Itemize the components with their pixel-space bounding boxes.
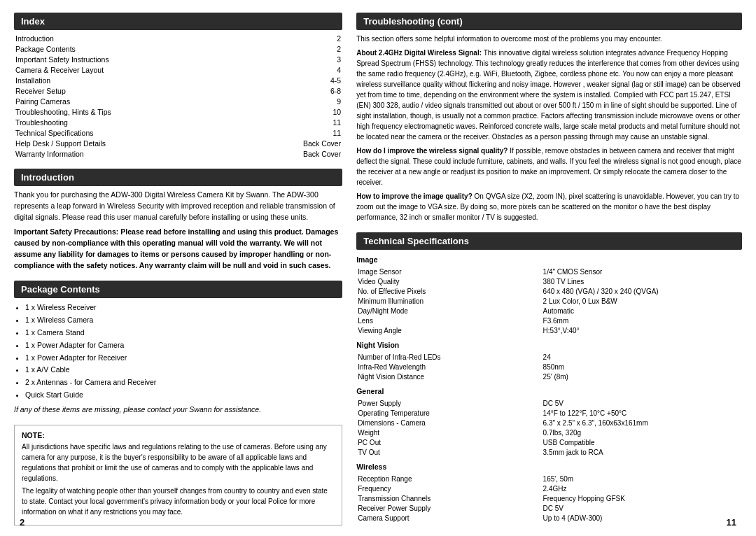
- specs-label: Day/Night Mode: [356, 306, 541, 316]
- specs-label: Night Vision Distance: [356, 372, 541, 381]
- tech-specs-content: ImageImage Sensor1/4" CMOS SensorVideo Q…: [356, 255, 742, 523]
- index-row: Troubleshooting, Hints & Tips10: [14, 106, 342, 117]
- specs-row: Minimum Illumination2 Lux Color, 0 Lux B…: [356, 296, 742, 306]
- index-page: Back Cover: [246, 138, 342, 148]
- index-row: Help Desk / Support DetailsBack Cover: [14, 138, 342, 148]
- specs-value: 850nm: [542, 362, 742, 372]
- specs-label: Lens: [356, 316, 541, 325]
- index-label: Important Safety Instructions: [14, 54, 246, 64]
- trouble-sections: About 2.4GHz Digital Wireless Signal: Th…: [356, 48, 742, 223]
- trouble-intro: This section offers some helpful informa…: [356, 34, 742, 44]
- specs-row: Viewing AngleH:53°,V:40°: [356, 325, 742, 335]
- pkg-item: 1 x Power Adapter for Receiver: [25, 352, 342, 365]
- pkg-missing-note: If any of these items are missing, pleas…: [14, 405, 342, 414]
- index-table: Introduction2Package Contents2Important …: [14, 33, 342, 159]
- trouble-paragraph: How do I improve the wireless signal qua…: [356, 146, 742, 188]
- specs-value: Frequency Hopping GFSK: [542, 493, 742, 503]
- index-header: Index: [14, 13, 342, 30]
- specs-value: 0.7lbs, 320g: [542, 428, 742, 437]
- specs-section-title: Image: [356, 255, 742, 264]
- pkg-item: Quick Start Guide: [25, 389, 342, 402]
- specs-value: 165', 50m: [542, 474, 742, 484]
- trouble-bold: How do I improve the wireless signal qua…: [356, 147, 507, 155]
- specs-row: Operating Temperature14°F to 122°F, 10°C…: [356, 408, 742, 418]
- specs-value: 640 x 480 (VGA) / 320 x 240 (QVGA): [542, 286, 742, 296]
- index-label: Installation: [14, 75, 246, 85]
- introduction-header: Introduction: [14, 169, 342, 186]
- specs-row: LensF3.6mm: [356, 316, 742, 325]
- specs-row: Day/Night ModeAutomatic: [356, 306, 742, 316]
- index-row: Installation4-5: [14, 75, 342, 85]
- note-text: All jurisdictions have specific laws and…: [22, 442, 335, 517]
- specs-value: F3.6mm: [542, 316, 742, 325]
- index-label: Pairing Cameras: [14, 96, 246, 106]
- specs-value: Automatic: [542, 306, 742, 316]
- index-page: 2: [246, 33, 342, 43]
- specs-row: Reception Range165', 50m: [356, 474, 742, 484]
- specs-label: Viewing Angle: [356, 325, 541, 335]
- specs-row: Camera SupportUp to 4 (ADW-300): [356, 513, 742, 523]
- page-number-right: 11: [727, 517, 736, 528]
- specs-table: Number of Infra-Red LEDs24Infra-Red Wave…: [356, 352, 742, 381]
- specs-value: 2 Lux Color, 0 Lux B&W: [542, 296, 742, 306]
- pkg-item: 1 x A/V Cable: [25, 364, 342, 376]
- pkg-item: 1 x Wireless Receiver: [25, 302, 342, 314]
- index-row: Introduction2: [14, 33, 342, 43]
- index-row: Troubleshooting11: [14, 117, 342, 127]
- index-row: Important Safety Instructions3: [14, 54, 342, 64]
- left-column: Index Introduction2Package Contents2Impo…: [14, 13, 342, 523]
- index-label: Warranty Information: [14, 148, 246, 159]
- specs-row: PC OutUSB Compatible: [356, 437, 742, 447]
- index-row: Receiver Setup6-8: [14, 85, 342, 96]
- specs-label: Dimensions - Camera: [356, 418, 541, 428]
- specs-label: Reception Range: [356, 474, 541, 484]
- intro-para1: Thank you for purchasing the ADW-300 Dig…: [14, 190, 342, 223]
- index-label: Introduction: [14, 33, 246, 43]
- note-title: NOTE:: [22, 431, 335, 439]
- specs-row: Receiver Power SupplyDC 5V: [356, 503, 742, 513]
- specs-row: Transmission ChannelsFrequency Hopping G…: [356, 493, 742, 503]
- specs-row: Infra-Red Wavelength850nm: [356, 362, 742, 372]
- index-row: Warranty InformationBack Cover: [14, 148, 342, 159]
- trouble-paragraph: About 2.4GHz Digital Wireless Signal: Th…: [356, 48, 742, 142]
- index-label: Package Contents: [14, 43, 246, 54]
- pkg-item: 1 x Camera Stand: [25, 327, 342, 339]
- trouble-bold: About 2.4GHz Digital Wireless Signal:: [356, 49, 482, 57]
- troubleshooting-header: Troubleshooting (cont): [356, 13, 742, 30]
- specs-row: Power SupplyDC 5V: [356, 398, 742, 408]
- specs-table: Image Sensor1/4" CMOS SensorVideo Qualit…: [356, 267, 742, 335]
- specs-value: 25' (8m): [542, 372, 742, 381]
- specs-value: USB Compatible: [542, 437, 742, 447]
- index-page: 4-5: [246, 75, 342, 85]
- note-line: All jurisdictions have specific laws and…: [22, 442, 335, 484]
- specs-value: H:53°,V:40°: [542, 325, 742, 335]
- specs-label: Infra-Red Wavelength: [356, 362, 541, 372]
- note-line: The legality of watching people other th…: [22, 486, 335, 517]
- specs-value: 6.3" x 2.5" x 6.3", 160x63x161mm: [542, 418, 742, 428]
- index-label: Receiver Setup: [14, 85, 246, 96]
- specs-value: 14°F to 122°F, 10°C +50°C: [542, 408, 742, 418]
- index-label: Camera & Receiver Layout: [14, 64, 246, 75]
- specs-label: Number of Infra-Red LEDs: [356, 352, 541, 362]
- index-section: Index Introduction2Package Contents2Impo…: [14, 13, 342, 159]
- specs-label: TV Out: [356, 447, 541, 457]
- specs-label: Camera Support: [356, 513, 541, 523]
- specs-table: Power SupplyDC 5VOperating Temperature14…: [356, 398, 742, 457]
- specs-value: 24: [542, 352, 742, 362]
- specs-value: Up to 4 (ADW-300): [542, 513, 742, 523]
- pkg-item: 1 x Wireless Camera: [25, 314, 342, 327]
- specs-row: Weight0.7lbs, 320g: [356, 428, 742, 437]
- package-list: 1 x Wireless Receiver1 x Wireless Camera…: [14, 302, 342, 402]
- intro-bold-para: Important Safety Precautions: Please rea…: [14, 227, 342, 271]
- specs-value: 2.4GHz: [542, 484, 742, 493]
- pkg-item: 2 x Antennas - for Camera and Receiver: [25, 376, 342, 389]
- specs-row: No. of Effective Pixels640 x 480 (VGA) /…: [356, 286, 742, 296]
- specs-value: DC 5V: [542, 503, 742, 513]
- specs-row: Night Vision Distance25' (8m): [356, 372, 742, 381]
- specs-row: Video Quality380 TV Lines: [356, 276, 742, 286]
- note-box: NOTE: All jurisdictions have specific la…: [14, 425, 342, 526]
- pkg-item: 1 x Power Adapter for Camera: [25, 339, 342, 352]
- index-page: 11: [246, 117, 342, 127]
- trouble-bold: How to improve the image quality?: [356, 192, 472, 200]
- package-header: Package Contents: [14, 281, 342, 298]
